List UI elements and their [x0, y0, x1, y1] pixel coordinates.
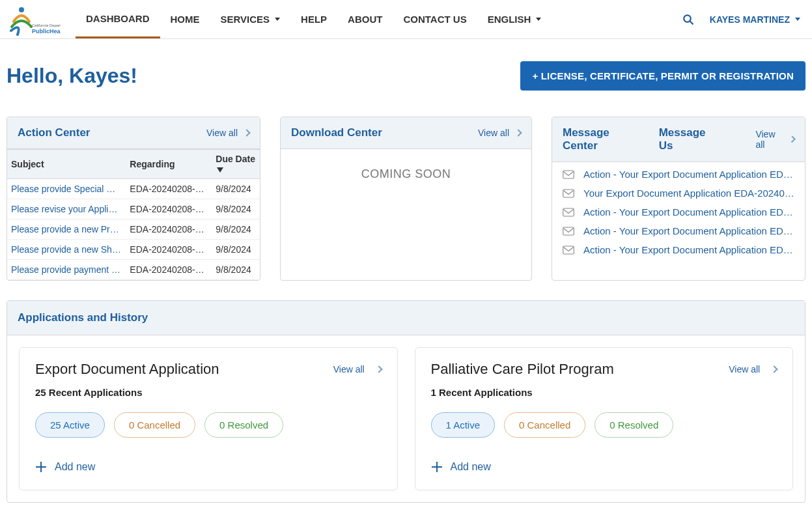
- download-center-title: Download Center: [291, 126, 382, 139]
- chevron-right-icon: [243, 129, 250, 136]
- action-due: 9/8/2024: [212, 199, 260, 219]
- envelope-icon: [563, 170, 574, 179]
- nav-home[interactable]: HOME: [160, 0, 210, 38]
- chevron-right-icon: [770, 365, 777, 373]
- pill-active[interactable]: 1 Active: [431, 412, 496, 438]
- download-placeholder: COMING SOON: [281, 149, 531, 233]
- action-due: 9/8/2024: [212, 179, 260, 199]
- pill-resolved[interactable]: 0 Resolved: [595, 412, 673, 438]
- svg-point-3: [684, 15, 691, 22]
- col-due[interactable]: Due Date: [212, 150, 260, 179]
- message-link[interactable]: Action - Your Export Document Applicatio…: [583, 244, 794, 255]
- action-regarding: EDA-20240208-1743: [126, 179, 212, 199]
- svg-rect-9: [563, 246, 574, 254]
- action-center-title: Action Center: [18, 126, 90, 139]
- action-subject-link[interactable]: Please revise your Applicati…: [7, 199, 126, 219]
- caret-down-icon: [795, 18, 800, 21]
- action-subject-link[interactable]: Please provide payment for…: [7, 260, 126, 280]
- message-center-title[interactable]: Message Center: [563, 126, 639, 152]
- add-new-button[interactable]: Add new: [431, 461, 777, 473]
- action-center-card: Action Center View all Subject Regarding…: [7, 117, 260, 281]
- envelope-icon: [563, 189, 574, 198]
- nav-contact[interactable]: CONTACT US: [393, 0, 477, 38]
- app-card-title: Export Document Application: [35, 361, 219, 378]
- message-link[interactable]: Your Export Document Application EDA-202…: [583, 188, 794, 199]
- nav-help[interactable]: HELP: [290, 0, 337, 38]
- envelope-icon: [563, 208, 574, 217]
- pill-cancelled[interactable]: 0 Cancelled: [114, 412, 195, 438]
- table-row: Please provide a new Prod…EDA-20240208-1…: [7, 219, 260, 240]
- envelope-icon: [563, 227, 574, 236]
- nav-dashboard[interactable]: DASHBOARD: [76, 0, 160, 38]
- recent-count: 25 Recent Applications: [35, 387, 382, 398]
- nav-services[interactable]: SERVICES: [210, 0, 291, 38]
- user-name: KAYES MARTINEZ: [710, 14, 790, 25]
- message-link[interactable]: Action - Your Export Document Applicatio…: [583, 169, 794, 180]
- message-row[interactable]: Action - Your Export Document Applicatio…: [563, 169, 794, 180]
- search-icon[interactable]: [673, 14, 703, 25]
- col-regarding[interactable]: Regarding: [126, 150, 212, 179]
- action-table: Subject Regarding Due Date Please provid…: [7, 149, 260, 280]
- svg-text:PublicHealth: PublicHealth: [32, 28, 61, 35]
- sort-desc-icon: [217, 167, 223, 173]
- message-us-tab[interactable]: Message Us: [659, 126, 717, 152]
- message-link[interactable]: Action - Your Export Document Applicatio…: [583, 206, 794, 218]
- nav-about[interactable]: ABOUT: [337, 0, 393, 38]
- application-card: Export Document ApplicationView all 25 R…: [19, 347, 398, 490]
- message-row[interactable]: Action - Your Export Document Applicatio…: [563, 244, 794, 255]
- page-title: Hello, Kayes!: [7, 64, 137, 88]
- top-nav: California Department of PublicHealth DA…: [0, 0, 812, 39]
- action-regarding: EDA-20240208-1743: [126, 219, 212, 240]
- action-due: 9/8/2024: [212, 260, 260, 280]
- message-row[interactable]: Action - Your Export Document Applicatio…: [563, 206, 794, 218]
- message-link[interactable]: Action - Your Export Document Applicatio…: [583, 225, 794, 236]
- applications-panel: Applications and History Export Document…: [7, 300, 805, 503]
- pill-active[interactable]: 25 Active: [35, 412, 105, 438]
- svg-line-4: [690, 21, 693, 24]
- chevron-right-icon: [375, 365, 382, 373]
- col-subject[interactable]: Subject: [7, 150, 126, 179]
- action-regarding: EDA-20240208-1743: [126, 260, 212, 280]
- table-row: Please provide a new Shipp…EDA-20240208-…: [7, 240, 260, 260]
- app-card-title: Palliative Care Pilot Program: [431, 361, 614, 378]
- caret-down-icon: [536, 18, 541, 21]
- svg-rect-5: [563, 171, 574, 178]
- application-card: Palliative Care Pilot ProgramView all 1 …: [415, 347, 794, 490]
- user-menu[interactable]: KAYES MARTINEZ: [703, 14, 807, 25]
- app-card-viewall[interactable]: View all: [333, 364, 382, 374]
- action-regarding: EDA-20240208-1743: [126, 199, 212, 219]
- message-center-viewall[interactable]: View all: [755, 129, 794, 150]
- envelope-icon: [563, 246, 574, 255]
- download-center-card: Download Center View all COMING SOON: [280, 117, 532, 281]
- chevron-right-icon: [514, 129, 522, 136]
- message-row[interactable]: Your Export Document Application EDA-202…: [563, 188, 794, 199]
- applications-title: Applications and History: [7, 301, 805, 335]
- caret-down-icon: [275, 18, 280, 21]
- nav-language[interactable]: ENGLISH: [477, 0, 552, 38]
- action-center-viewall[interactable]: View all: [206, 128, 249, 138]
- action-subject-link[interactable]: Please provide Special Wor…: [7, 179, 126, 199]
- message-row[interactable]: Action - Your Export Document Applicatio…: [563, 225, 794, 236]
- download-center-viewall[interactable]: View all: [478, 128, 521, 138]
- nav-links: DASHBOARD HOME SERVICES HELP ABOUT CONTA…: [76, 0, 552, 38]
- pill-cancelled[interactable]: 0 Cancelled: [504, 412, 585, 438]
- plus-icon: [431, 461, 443, 473]
- hero: Hello, Kayes! + LICENSE, CERTIFICATE, PE…: [7, 61, 805, 91]
- svg-rect-8: [563, 227, 574, 235]
- svg-point-0: [19, 7, 24, 12]
- action-due: 9/8/2024: [212, 240, 260, 260]
- svg-rect-6: [563, 190, 574, 197]
- action-regarding: EDA-20240208-1743: [126, 240, 212, 260]
- add-new-button[interactable]: Add new: [35, 461, 382, 473]
- plus-icon: [35, 461, 47, 473]
- message-center-card: Message Center Message Us View all Actio…: [552, 117, 805, 281]
- app-card-viewall[interactable]: View all: [729, 364, 777, 374]
- action-subject-link[interactable]: Please provide a new Shipp…: [7, 240, 126, 260]
- table-row: Please revise your Applicati…EDA-2024020…: [7, 199, 260, 219]
- pill-resolved[interactable]: 0 Resolved: [204, 412, 283, 438]
- svg-rect-7: [563, 208, 574, 216]
- logo[interactable]: California Department of PublicHealth: [5, 1, 64, 37]
- action-subject-link[interactable]: Please provide a new Prod…: [7, 219, 126, 240]
- action-due: 9/8/2024: [212, 219, 260, 240]
- new-license-button[interactable]: + LICENSE, CERTIFICATE, PERMIT OR REGIST…: [520, 61, 805, 91]
